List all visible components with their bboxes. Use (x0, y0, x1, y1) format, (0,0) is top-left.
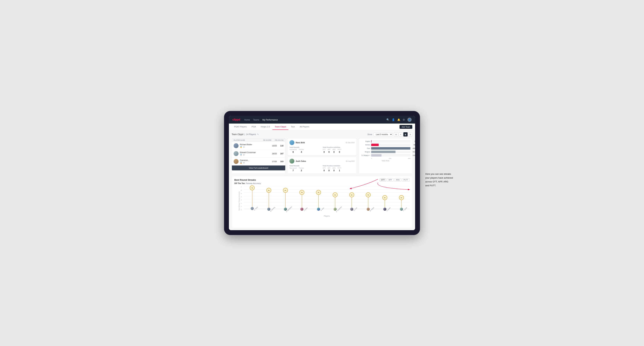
nav-teams[interactable]: Teams (253, 119, 259, 121)
nav-my-performance[interactable]: My Performance (262, 119, 278, 121)
three-col-layout: PLAYER NAME PB SCORE PB AVG SQ (232, 138, 412, 174)
streak-tab-arg[interactable]: ARG (394, 178, 401, 181)
avatar-billingham (284, 208, 287, 211)
add-team-button[interactable]: Add Team (400, 125, 412, 129)
bubble-maher: 4x (366, 192, 371, 197)
player-card-name-0: Rees Britt (296, 142, 305, 144)
bar-chart: Eagles 3 Birdies (360, 140, 410, 157)
view-full-leaderboard-button[interactable]: View Full Leaderboard (232, 166, 285, 170)
chart-x-axis: 0 200 400 (360, 158, 410, 159)
team-count: | (244, 133, 245, 136)
bar-row-birdies: Birdies 96 (360, 144, 410, 146)
tab-tour[interactable]: Tour (288, 124, 297, 130)
player-info-3: Cameron... 🥉 3 (234, 159, 268, 164)
streaks-subtitle-rest: , Fairway Accuracy (245, 182, 261, 184)
activities-row-0: OTT 0 APP 0 (323, 149, 354, 154)
streaks-subtitle: Off The Tee, Fairway Accuracy (234, 182, 410, 184)
dot-player-ford: 4x D. Ford (343, 186, 360, 211)
player-card-1: Josh Coles 26 Aug 2023 Total Rounds Tour… (287, 157, 357, 174)
bar-val-bogeys: 311 (413, 151, 415, 153)
avatar (234, 151, 238, 156)
avatar-crossman (334, 208, 337, 211)
bar-container-birdies: 96 (371, 144, 410, 146)
person-icon[interactable]: 👤 (392, 118, 395, 121)
pb-avg-3: 103 (280, 161, 283, 163)
view-icons: ⊞ ≡ ◧ ⇅ (394, 132, 412, 137)
avatar-mcharg (267, 208, 270, 211)
dot-player-maher: 4x M. Maher (360, 186, 376, 211)
app-label-0: APP (328, 149, 330, 150)
bubble-quick: 3x (399, 195, 404, 200)
avatar (290, 159, 294, 164)
tpa-label-1: Total Practice Activities (323, 165, 354, 167)
user-avatar[interactable]: 👤 (408, 118, 412, 122)
dot-player-mcharg: 6x B. McHarg (260, 186, 277, 211)
sub-nav: PGAT Players PGA Hcaps 1-5 Team Clippd T… (229, 124, 415, 130)
player-card-stats-0: Total Rounds Tournament 8 Practice (290, 147, 355, 154)
search-icon[interactable]: 🔍 (386, 118, 390, 121)
streak-tab-ott[interactable]: OTT (380, 178, 386, 181)
edit-icon[interactable]: ✎ (257, 133, 259, 136)
leaderboard-card: PLAYER NAME PB SCORE PB AVG SQ (232, 138, 286, 174)
streak-tab-app[interactable]: APP (387, 178, 394, 181)
player-name-1: Richard Butler (240, 144, 252, 146)
tab-team-clippd[interactable]: Team Clippd (272, 124, 288, 130)
bar-container-double: 131 (371, 154, 410, 157)
bar-label-double: D. Bogeys + (360, 155, 370, 156)
streak-tab-putt[interactable]: PUTT (402, 178, 410, 181)
avatar (234, 143, 238, 148)
app-val-1: 0 (328, 169, 330, 172)
player-info-1: Richard Butler 🏅 1 (234, 143, 268, 148)
avatar (290, 140, 294, 145)
rounds-row-1: Tournament 7 Practice 2 (290, 167, 321, 172)
grid-view-btn[interactable]: ⊞ (394, 132, 398, 137)
ott-label-0: OTT (323, 149, 326, 150)
tab-pga[interactable]: PGA (249, 124, 258, 130)
streaks-title: Best Round Streaks (234, 178, 256, 181)
settings-icon[interactable]: ⚙ (403, 118, 405, 121)
table-view-btn[interactable]: ⇅ (408, 132, 412, 137)
pb-avg-1: 110 (280, 145, 283, 147)
bar-row-bogeys: Bogeys 311 (360, 151, 410, 153)
putt-label-0: PUTT (338, 149, 341, 150)
player-info-2: Edward Crossman 🥈 2 (234, 151, 268, 156)
bell-icon[interactable]: 🔔 (397, 118, 400, 121)
list-view-btn[interactable]: ≡ (399, 132, 403, 137)
practice-val-1: 2 (301, 169, 302, 172)
tournament-label-1: Tournament (290, 167, 297, 169)
dot-player-britt: 5x R. Britt (310, 186, 327, 211)
player-card-header-1: Josh Coles 26 Aug 2023 (290, 159, 355, 164)
total-rounds-label-0: Total Rounds (290, 147, 321, 148)
player-card-0: Rees Britt 02 Sep 2023 Total Rounds Tour… (287, 138, 357, 155)
tab-all-players[interactable]: All Players (297, 124, 312, 130)
total-rounds-group-0: Total Rounds Tournament 8 Practice (290, 147, 321, 154)
pb-score-1: 19/20 (272, 145, 277, 147)
x-label-0: 0 (371, 158, 372, 159)
chart-x-title: Total Shots (360, 160, 410, 162)
tab-pgat-players[interactable]: PGAT Players (232, 124, 249, 130)
nav-home[interactable]: Home (244, 119, 250, 121)
chart-view-btn[interactable]: ◧ (404, 132, 408, 137)
player-card-date-0: 02 Sep 2023 (346, 142, 354, 144)
avatar-maher (366, 208, 370, 211)
players-label: Players (244, 215, 410, 217)
bar-label-birdies: Birdies (360, 144, 370, 146)
streaks-header: Best Round Streaks OTT APP ARG PUTT (234, 178, 410, 181)
period-select[interactable]: Last 3 months (374, 133, 392, 136)
player-card-header-0: Rees Britt 02 Sep 2023 (290, 140, 355, 145)
bubble-coles: 5x (300, 190, 304, 195)
avatar-ford (350, 208, 353, 211)
dot-bubbles: 7x E. Ebert 6x B. McHarg (244, 186, 410, 211)
practice-val-0: 4 (301, 151, 302, 153)
bar-row-eagles: Eagles 3 (360, 140, 410, 143)
player-badge-2: 🥈 2 (240, 154, 256, 156)
arg-label-1: ARG (332, 167, 336, 169)
table-row: Cameron... 🥉 3 17/20 103 (232, 158, 285, 166)
x-label-2: 400 (408, 158, 410, 159)
tpa-label-0: Total Practice Activities (323, 147, 354, 148)
player-badge-1: 🏅 1 (240, 146, 252, 148)
tab-hcaps[interactable]: Hcaps 1-5 (258, 124, 272, 130)
avatar-coles (300, 208, 304, 211)
badge-icon-silver: 🥈 (240, 154, 242, 156)
badge-icon-bronze: 🥉 (240, 162, 242, 164)
